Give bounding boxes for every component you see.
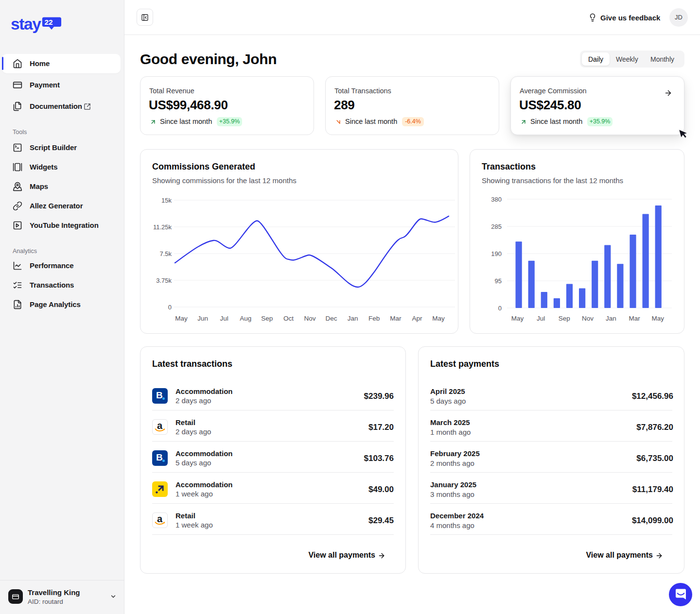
- svg-text:May: May: [432, 315, 445, 322]
- svg-text:Aug: Aug: [240, 315, 251, 322]
- svg-text:380: 380: [491, 196, 502, 203]
- svg-text:7.5k: 7.5k: [159, 250, 172, 257]
- svg-text:3.75k: 3.75k: [156, 277, 172, 284]
- svg-text:stay: stay: [11, 15, 41, 33]
- svg-text:Feb: Feb: [368, 315, 380, 322]
- svg-text:May: May: [511, 315, 524, 322]
- svg-text:Jan: Jan: [348, 315, 358, 322]
- svg-text:Mar: Mar: [390, 315, 402, 322]
- svg-text:Sep: Sep: [261, 315, 273, 322]
- svg-text:22: 22: [45, 18, 53, 26]
- svg-text:15k: 15k: [161, 197, 172, 204]
- svg-text:Mar: Mar: [629, 315, 640, 322]
- svg-text:285: 285: [491, 223, 502, 230]
- svg-text:Oct: Oct: [283, 315, 294, 322]
- svg-text:Jan: Jan: [606, 315, 616, 322]
- svg-text:190: 190: [491, 250, 502, 257]
- svg-text:Nov: Nov: [304, 315, 315, 322]
- svg-text:0: 0: [498, 305, 502, 312]
- svg-text:Apr: Apr: [412, 315, 422, 322]
- svg-text:Jul: Jul: [220, 315, 228, 322]
- svg-text:Dec: Dec: [325, 315, 337, 322]
- svg-text:95: 95: [495, 277, 502, 285]
- svg-text:Sep: Sep: [559, 315, 570, 322]
- svg-text:May: May: [651, 315, 664, 322]
- svg-text:Jul: Jul: [537, 315, 545, 322]
- svg-text:0: 0: [168, 304, 172, 311]
- svg-text:Jun: Jun: [197, 315, 208, 322]
- svg-text:May: May: [175, 315, 188, 322]
- svg-text:Nov: Nov: [582, 315, 594, 322]
- svg-text:11.25k: 11.25k: [153, 223, 172, 231]
